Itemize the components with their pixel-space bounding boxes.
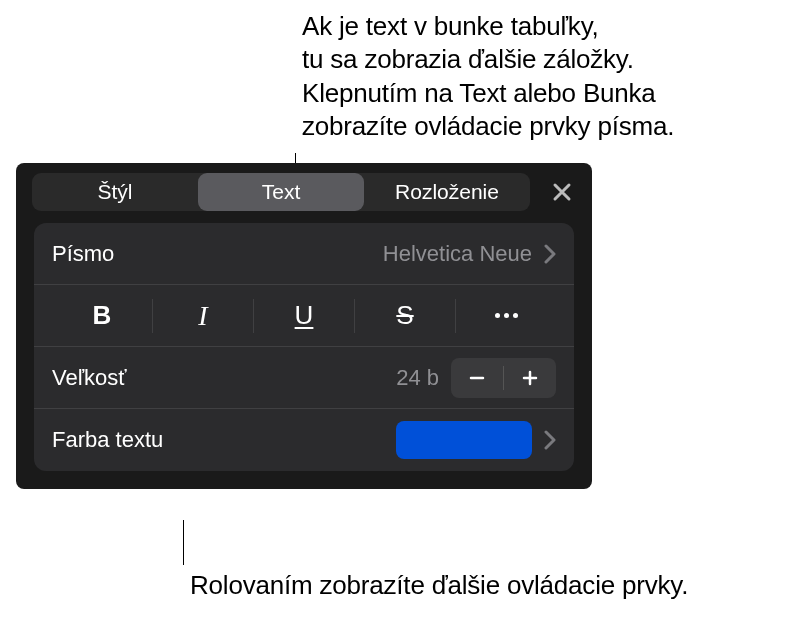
chevron-right-icon: [544, 430, 556, 450]
more-icon: [495, 313, 518, 318]
format-panel: Štýl Text Rozloženie Písmo Helvetica Neu…: [16, 163, 592, 489]
tab-style[interactable]: Štýl: [32, 173, 198, 211]
tab-text[interactable]: Text: [198, 173, 364, 211]
size-stepper: [451, 358, 556, 398]
bold-button[interactable]: B: [52, 285, 152, 347]
font-value: Helvetica Neue: [383, 241, 532, 267]
more-formats-button[interactable]: [456, 285, 556, 347]
close-icon: [551, 181, 573, 203]
tab-bar: Štýl Text Rozloženie: [16, 163, 592, 223]
size-decrease-button[interactable]: [451, 358, 503, 398]
text-color-row[interactable]: Farba textu: [34, 409, 574, 471]
size-label: Veľkosť: [52, 365, 127, 391]
minus-icon: [468, 369, 486, 387]
color-value-group: [396, 421, 556, 459]
font-row[interactable]: Písmo Helvetica Neue: [34, 223, 574, 285]
underline-button[interactable]: U: [254, 285, 354, 347]
text-color-label: Farba textu: [52, 427, 163, 453]
italic-button[interactable]: I: [153, 285, 253, 347]
format-row: B I U S: [34, 285, 574, 347]
callout-leader-line-bottom: [183, 520, 184, 565]
tab-group: Štýl Text Rozloženie: [32, 173, 530, 211]
size-controls: 24 b: [396, 358, 556, 398]
callout-bottom-text: Rolovaním zobrazíte ďalšie ovládacie prv…: [190, 570, 688, 601]
panel-content: Písmo Helvetica Neue B I U S Veľkosť 24 …: [34, 223, 574, 471]
size-row: Veľkosť 24 b: [34, 347, 574, 409]
color-swatch[interactable]: [396, 421, 532, 459]
size-value: 24 b: [396, 365, 439, 391]
font-label: Písmo: [52, 241, 114, 267]
close-button[interactable]: [548, 178, 576, 206]
callout-top-text: Ak je text v bunke tabuľky, tu sa zobraz…: [302, 10, 674, 143]
font-value-group: Helvetica Neue: [383, 241, 556, 267]
tab-layout[interactable]: Rozloženie: [364, 173, 530, 211]
strikethrough-button[interactable]: S: [355, 285, 455, 347]
plus-icon: [521, 369, 539, 387]
size-increase-button[interactable]: [504, 358, 556, 398]
chevron-right-icon: [544, 244, 556, 264]
